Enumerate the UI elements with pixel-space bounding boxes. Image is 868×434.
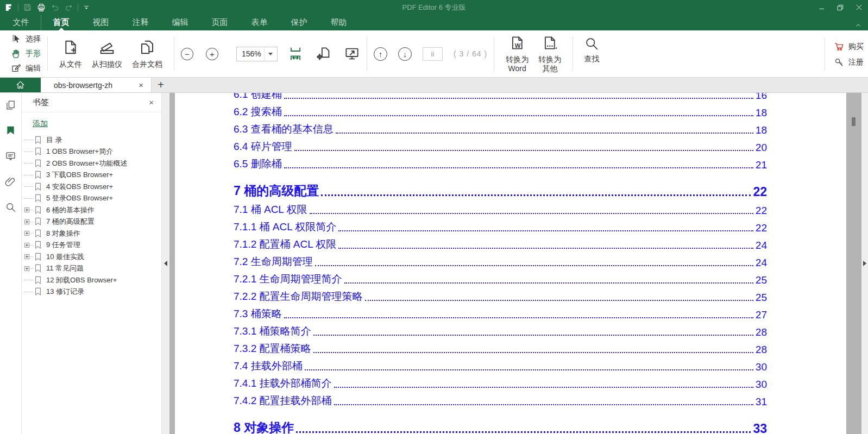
toc-label[interactable]: 7.2 生命周期管理 xyxy=(234,255,313,269)
toc-page-number[interactable]: 28 xyxy=(756,344,767,356)
toc-row[interactable]: 7.1.1 桶 ACL 权限简介 22 xyxy=(234,217,767,234)
toc-row[interactable]: 7.3.2 配置桶策略 28 xyxy=(234,338,767,356)
find-button[interactable]: 查找 xyxy=(580,36,603,64)
page-number-input[interactable]: ii xyxy=(423,47,443,61)
add-bookmark-link[interactable]: 添加 xyxy=(33,119,48,129)
new-tab-button[interactable]: + xyxy=(152,78,170,92)
vertical-scrollbar[interactable] xyxy=(846,93,861,434)
toc-row[interactable]: 7.4.1 挂载外部桶简介 30 xyxy=(234,373,767,391)
expand-icon[interactable] xyxy=(24,231,34,236)
expand-icon[interactable] xyxy=(24,140,34,140)
edit-tool-button[interactable]: 编辑 xyxy=(11,62,41,75)
menu-item[interactable]: 表单 xyxy=(240,15,279,30)
minimize-button[interactable] xyxy=(813,0,831,15)
select-tool-button[interactable]: 选择 xyxy=(11,33,41,46)
customize-toolbar-icon[interactable] xyxy=(83,4,90,11)
toc-label[interactable]: 7.3.2 配置桶策略 xyxy=(234,342,311,356)
toc-page-number[interactable]: 25 xyxy=(756,292,767,304)
toc-row[interactable]: 7.4 挂载外部桶 30 xyxy=(234,356,767,373)
bookmark-item[interactable]: 1 OBS Browser+简介 xyxy=(24,146,161,158)
bookmark-item[interactable]: 11 常见问题 xyxy=(24,263,161,275)
toc-label[interactable]: 7.1.2 配置桶 ACL 权限 xyxy=(234,237,336,251)
toc-label[interactable]: 7.2.1 生命周期管理简介 xyxy=(234,272,342,286)
bookmark-item[interactable]: 10 最佳实践 xyxy=(24,251,161,263)
toc-page-number[interactable]: 30 xyxy=(756,379,767,391)
bookmark-item[interactable]: 4 安装OBS Browser+ xyxy=(24,181,161,193)
bookmark-item[interactable]: 9 任务管理 xyxy=(24,240,161,251)
toc-label[interactable]: 7.2.2 配置生命周期管理策略 xyxy=(234,290,363,304)
create-from-file-button[interactable]: 从文件 xyxy=(54,39,87,70)
toc-label[interactable]: 6.3 查看桶的基本信息 xyxy=(234,122,334,136)
move-pages-button[interactable] xyxy=(316,46,332,62)
expand-icon[interactable] xyxy=(24,163,34,163)
bookmark-item[interactable]: 6 桶的基本操作 xyxy=(24,204,161,216)
document-page[interactable]: 6.1 创建桶 16 6.2 搜索桶 18 6.3 查看桶的基本信息 18 6.… xyxy=(175,93,846,434)
toc-row[interactable]: 7.2.2 配置生命周期管理策略 25 xyxy=(234,286,767,304)
fit-width-button[interactable] xyxy=(287,46,304,62)
menu-item[interactable]: 保护 xyxy=(279,15,319,30)
expand-icon[interactable] xyxy=(24,219,34,224)
print-icon[interactable] xyxy=(36,3,46,12)
menu-item[interactable]: 页面 xyxy=(200,15,240,30)
toc-page-number[interactable]: 18 xyxy=(756,124,767,136)
attachments-panel-button[interactable] xyxy=(5,176,16,187)
bookmark-item[interactable]: 8 对象操作 xyxy=(24,228,161,240)
toc-row[interactable]: 6.1 创建桶 16 xyxy=(234,93,767,102)
toc-page-number[interactable]: 21 xyxy=(756,159,767,171)
app-logo-icon[interactable] xyxy=(4,3,14,12)
toc-label[interactable]: 7 桶的高级配置 xyxy=(234,183,319,199)
toc-row[interactable]: 7.3.1 桶策略简介 28 xyxy=(234,321,767,338)
toc-label[interactable]: 6.4 碎片管理 xyxy=(234,140,292,154)
toc-label[interactable]: 7.4.1 挂载外部桶简介 xyxy=(234,376,332,391)
toc-row[interactable]: 7.1.2 配置桶 ACL 权限 24 xyxy=(234,234,767,251)
expand-icon[interactable] xyxy=(24,175,34,175)
ribbon-collapse-button[interactable] xyxy=(854,21,863,29)
collapse-right-panel-button[interactable] xyxy=(861,93,868,434)
toc-label[interactable]: 6.1 创建桶 xyxy=(234,93,282,102)
page-thumbnails-panel-button[interactable] xyxy=(5,99,16,111)
register-button[interactable]: 注册 xyxy=(834,57,864,67)
toc-row[interactable]: 7.4.2 配置挂载外部桶 31 xyxy=(234,391,767,408)
toc-row[interactable]: 7.1 桶 ACL 权限 22 xyxy=(234,199,767,217)
toc-label[interactable]: 7.3 桶策略 xyxy=(234,307,282,321)
expand-icon[interactable] xyxy=(24,280,34,280)
zoom-out-button[interactable]: − xyxy=(181,48,193,60)
fullscreen-button[interactable] xyxy=(344,46,360,62)
scrollbar-thumb[interactable] xyxy=(852,117,856,126)
toc-row[interactable]: 6.3 查看桶的基本信息 18 xyxy=(234,119,767,136)
toc-row[interactable]: 7.3 桶策略 27 xyxy=(234,304,767,321)
merge-documents-button[interactable]: 合并文档 xyxy=(127,39,167,70)
toc-page-number[interactable]: 24 xyxy=(756,240,767,251)
restore-button[interactable] xyxy=(831,0,850,15)
expand-icon[interactable] xyxy=(24,254,34,259)
toc-row[interactable]: 6.4 碎片管理 20 xyxy=(234,136,767,154)
bookmarks-panel-button[interactable] xyxy=(5,125,16,136)
buy-button[interactable]: 购买 xyxy=(834,41,864,52)
menu-item[interactable]: 视图 xyxy=(81,15,121,30)
convert-to-word-button[interactable]: W 转换为Word xyxy=(501,35,533,73)
toc-row[interactable]: 6.5 删除桶 21 xyxy=(234,154,767,171)
expand-icon[interactable] xyxy=(24,266,34,271)
bookmarks-panel-close-button[interactable]: × xyxy=(149,98,154,107)
tab-close-button[interactable]: × xyxy=(136,80,146,90)
toc-label[interactable]: 7.4.2 配置挂载外部桶 xyxy=(234,394,332,408)
toc-page-number[interactable]: 33 xyxy=(753,422,767,434)
toc-label[interactable]: 6.2 搜索桶 xyxy=(234,105,282,119)
toc-row[interactable]: 8 对象操作 33 xyxy=(234,416,767,434)
comments-panel-button[interactable] xyxy=(5,150,16,162)
search-panel-button[interactable] xyxy=(5,202,16,213)
toc-page-number[interactable]: 16 xyxy=(756,93,767,102)
close-button[interactable] xyxy=(850,0,868,15)
next-page-button[interactable]: ↓ xyxy=(398,47,412,61)
toc-page-number[interactable]: 22 xyxy=(756,205,767,217)
toc-page-number[interactable]: 28 xyxy=(756,326,767,338)
toc-label[interactable]: 8 对象操作 xyxy=(234,419,294,434)
collapse-left-panel-button[interactable] xyxy=(162,93,169,434)
toc-page-number[interactable]: 18 xyxy=(756,107,767,119)
toc-row[interactable]: 7.2 生命周期管理 24 xyxy=(234,251,767,269)
bookmark-item[interactable]: 13 修订记录 xyxy=(24,286,161,298)
home-button[interactable] xyxy=(0,78,41,92)
toc-row[interactable]: 6.2 搜索桶 18 xyxy=(234,102,767,119)
undo-icon[interactable] xyxy=(51,3,60,12)
toc-row[interactable]: 7 桶的高级配置 22 xyxy=(234,179,767,199)
